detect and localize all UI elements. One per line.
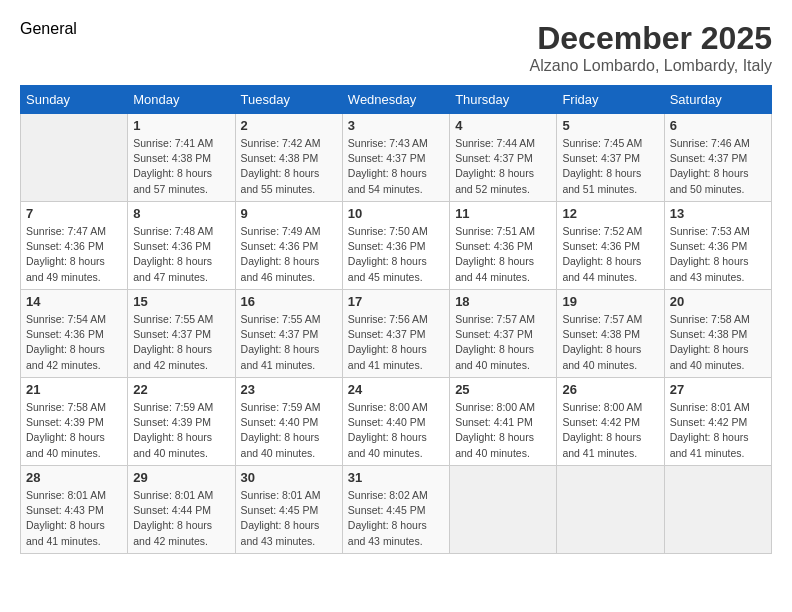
day-info: Sunrise: 7:55 AMSunset: 4:37 PMDaylight:… bbox=[241, 312, 337, 373]
day-info: Sunrise: 7:50 AMSunset: 4:36 PMDaylight:… bbox=[348, 224, 444, 285]
day-info: Sunrise: 7:42 AMSunset: 4:38 PMDaylight:… bbox=[241, 136, 337, 197]
calendar-cell: 20Sunrise: 7:58 AMSunset: 4:38 PMDayligh… bbox=[664, 290, 771, 378]
page-header: General December 2025 Alzano Lombardo, L… bbox=[20, 20, 772, 75]
day-info: Sunrise: 8:01 AMSunset: 4:43 PMDaylight:… bbox=[26, 488, 122, 549]
day-info: Sunrise: 7:59 AMSunset: 4:39 PMDaylight:… bbox=[133, 400, 229, 461]
day-info: Sunrise: 7:51 AMSunset: 4:36 PMDaylight:… bbox=[455, 224, 551, 285]
calendar-cell: 29Sunrise: 8:01 AMSunset: 4:44 PMDayligh… bbox=[128, 466, 235, 554]
day-number: 31 bbox=[348, 470, 444, 485]
month-title: December 2025 bbox=[530, 20, 773, 57]
day-number: 17 bbox=[348, 294, 444, 309]
calendar-cell: 7Sunrise: 7:47 AMSunset: 4:36 PMDaylight… bbox=[21, 202, 128, 290]
calendar-cell: 11Sunrise: 7:51 AMSunset: 4:36 PMDayligh… bbox=[450, 202, 557, 290]
calendar-cell: 21Sunrise: 7:58 AMSunset: 4:39 PMDayligh… bbox=[21, 378, 128, 466]
day-info: Sunrise: 7:47 AMSunset: 4:36 PMDaylight:… bbox=[26, 224, 122, 285]
day-info: Sunrise: 7:46 AMSunset: 4:37 PMDaylight:… bbox=[670, 136, 766, 197]
col-header-thursday: Thursday bbox=[450, 86, 557, 114]
day-info: Sunrise: 7:52 AMSunset: 4:36 PMDaylight:… bbox=[562, 224, 658, 285]
day-number: 11 bbox=[455, 206, 551, 221]
calendar-cell: 15Sunrise: 7:55 AMSunset: 4:37 PMDayligh… bbox=[128, 290, 235, 378]
calendar-cell: 17Sunrise: 7:56 AMSunset: 4:37 PMDayligh… bbox=[342, 290, 449, 378]
calendar-cell: 12Sunrise: 7:52 AMSunset: 4:36 PMDayligh… bbox=[557, 202, 664, 290]
calendar-cell bbox=[450, 466, 557, 554]
calendar-cell: 6Sunrise: 7:46 AMSunset: 4:37 PMDaylight… bbox=[664, 114, 771, 202]
day-info: Sunrise: 7:54 AMSunset: 4:36 PMDaylight:… bbox=[26, 312, 122, 373]
day-number: 21 bbox=[26, 382, 122, 397]
day-info: Sunrise: 7:58 AMSunset: 4:38 PMDaylight:… bbox=[670, 312, 766, 373]
col-header-saturday: Saturday bbox=[664, 86, 771, 114]
day-number: 25 bbox=[455, 382, 551, 397]
day-number: 9 bbox=[241, 206, 337, 221]
calendar-cell: 19Sunrise: 7:57 AMSunset: 4:38 PMDayligh… bbox=[557, 290, 664, 378]
logo: General bbox=[20, 20, 77, 38]
day-number: 5 bbox=[562, 118, 658, 133]
day-number: 26 bbox=[562, 382, 658, 397]
day-info: Sunrise: 7:41 AMSunset: 4:38 PMDaylight:… bbox=[133, 136, 229, 197]
day-info: Sunrise: 8:01 AMSunset: 4:42 PMDaylight:… bbox=[670, 400, 766, 461]
day-number: 4 bbox=[455, 118, 551, 133]
calendar-cell bbox=[664, 466, 771, 554]
calendar-cell bbox=[21, 114, 128, 202]
day-number: 22 bbox=[133, 382, 229, 397]
calendar-cell: 31Sunrise: 8:02 AMSunset: 4:45 PMDayligh… bbox=[342, 466, 449, 554]
day-number: 2 bbox=[241, 118, 337, 133]
col-header-tuesday: Tuesday bbox=[235, 86, 342, 114]
day-info: Sunrise: 7:56 AMSunset: 4:37 PMDaylight:… bbox=[348, 312, 444, 373]
title-block: December 2025 Alzano Lombardo, Lombardy,… bbox=[530, 20, 773, 75]
calendar-table: SundayMondayTuesdayWednesdayThursdayFrid… bbox=[20, 85, 772, 554]
calendar-cell: 8Sunrise: 7:48 AMSunset: 4:36 PMDaylight… bbox=[128, 202, 235, 290]
day-number: 27 bbox=[670, 382, 766, 397]
calendar-cell: 22Sunrise: 7:59 AMSunset: 4:39 PMDayligh… bbox=[128, 378, 235, 466]
day-info: Sunrise: 7:57 AMSunset: 4:37 PMDaylight:… bbox=[455, 312, 551, 373]
day-info: Sunrise: 8:00 AMSunset: 4:40 PMDaylight:… bbox=[348, 400, 444, 461]
calendar-cell: 4Sunrise: 7:44 AMSunset: 4:37 PMDaylight… bbox=[450, 114, 557, 202]
week-row-5: 28Sunrise: 8:01 AMSunset: 4:43 PMDayligh… bbox=[21, 466, 772, 554]
week-row-1: 1Sunrise: 7:41 AMSunset: 4:38 PMDaylight… bbox=[21, 114, 772, 202]
day-number: 20 bbox=[670, 294, 766, 309]
calendar-cell: 16Sunrise: 7:55 AMSunset: 4:37 PMDayligh… bbox=[235, 290, 342, 378]
day-number: 15 bbox=[133, 294, 229, 309]
day-number: 19 bbox=[562, 294, 658, 309]
day-info: Sunrise: 8:02 AMSunset: 4:45 PMDaylight:… bbox=[348, 488, 444, 549]
day-number: 6 bbox=[670, 118, 766, 133]
calendar-cell: 14Sunrise: 7:54 AMSunset: 4:36 PMDayligh… bbox=[21, 290, 128, 378]
day-number: 3 bbox=[348, 118, 444, 133]
day-number: 8 bbox=[133, 206, 229, 221]
day-info: Sunrise: 8:01 AMSunset: 4:44 PMDaylight:… bbox=[133, 488, 229, 549]
day-info: Sunrise: 8:01 AMSunset: 4:45 PMDaylight:… bbox=[241, 488, 337, 549]
day-info: Sunrise: 7:58 AMSunset: 4:39 PMDaylight:… bbox=[26, 400, 122, 461]
day-number: 29 bbox=[133, 470, 229, 485]
calendar-cell: 9Sunrise: 7:49 AMSunset: 4:36 PMDaylight… bbox=[235, 202, 342, 290]
day-number: 18 bbox=[455, 294, 551, 309]
calendar-cell: 27Sunrise: 8:01 AMSunset: 4:42 PMDayligh… bbox=[664, 378, 771, 466]
day-number: 14 bbox=[26, 294, 122, 309]
calendar-header: SundayMondayTuesdayWednesdayThursdayFrid… bbox=[21, 86, 772, 114]
calendar-cell: 10Sunrise: 7:50 AMSunset: 4:36 PMDayligh… bbox=[342, 202, 449, 290]
day-number: 10 bbox=[348, 206, 444, 221]
day-number: 7 bbox=[26, 206, 122, 221]
day-info: Sunrise: 7:53 AMSunset: 4:36 PMDaylight:… bbox=[670, 224, 766, 285]
calendar-cell: 30Sunrise: 8:01 AMSunset: 4:45 PMDayligh… bbox=[235, 466, 342, 554]
day-number: 30 bbox=[241, 470, 337, 485]
calendar-cell: 25Sunrise: 8:00 AMSunset: 4:41 PMDayligh… bbox=[450, 378, 557, 466]
week-row-3: 14Sunrise: 7:54 AMSunset: 4:36 PMDayligh… bbox=[21, 290, 772, 378]
day-info: Sunrise: 7:44 AMSunset: 4:37 PMDaylight:… bbox=[455, 136, 551, 197]
calendar-cell: 23Sunrise: 7:59 AMSunset: 4:40 PMDayligh… bbox=[235, 378, 342, 466]
col-header-monday: Monday bbox=[128, 86, 235, 114]
day-info: Sunrise: 8:00 AMSunset: 4:42 PMDaylight:… bbox=[562, 400, 658, 461]
day-info: Sunrise: 7:48 AMSunset: 4:36 PMDaylight:… bbox=[133, 224, 229, 285]
day-number: 1 bbox=[133, 118, 229, 133]
calendar-cell: 26Sunrise: 8:00 AMSunset: 4:42 PMDayligh… bbox=[557, 378, 664, 466]
calendar-cell: 13Sunrise: 7:53 AMSunset: 4:36 PMDayligh… bbox=[664, 202, 771, 290]
day-number: 13 bbox=[670, 206, 766, 221]
calendar-cell: 3Sunrise: 7:43 AMSunset: 4:37 PMDaylight… bbox=[342, 114, 449, 202]
day-info: Sunrise: 8:00 AMSunset: 4:41 PMDaylight:… bbox=[455, 400, 551, 461]
day-info: Sunrise: 7:45 AMSunset: 4:37 PMDaylight:… bbox=[562, 136, 658, 197]
day-number: 23 bbox=[241, 382, 337, 397]
day-number: 12 bbox=[562, 206, 658, 221]
day-number: 28 bbox=[26, 470, 122, 485]
day-info: Sunrise: 7:55 AMSunset: 4:37 PMDaylight:… bbox=[133, 312, 229, 373]
calendar-cell: 1Sunrise: 7:41 AMSunset: 4:38 PMDaylight… bbox=[128, 114, 235, 202]
calendar-cell: 24Sunrise: 8:00 AMSunset: 4:40 PMDayligh… bbox=[342, 378, 449, 466]
calendar-cell: 28Sunrise: 8:01 AMSunset: 4:43 PMDayligh… bbox=[21, 466, 128, 554]
